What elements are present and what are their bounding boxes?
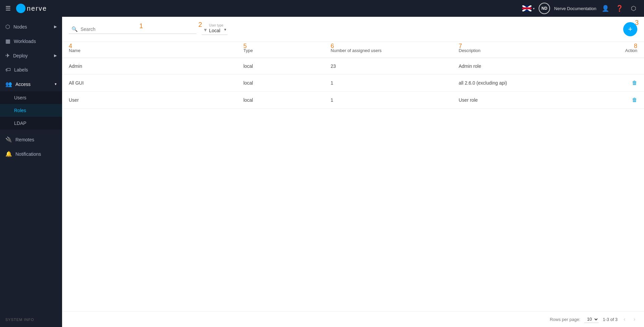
sidebar-item-nodes[interactable]: ⬡ Nodes ▶ [0,19,62,34]
sidebar-item-label: Labels [14,67,28,73]
role-assigned-users: 1 [324,75,452,92]
search-icon: 🔍 [71,26,78,32]
sidebar-item-label: Notifications [15,151,41,157]
chevron-right-icon: ▶ [54,25,57,29]
filter-chevron-icon: ▾ [224,27,226,32]
deploy-icon: ✈ [5,52,10,59]
logout-icon[interactable]: ⬡ [629,3,639,13]
step3-label: 3 [635,19,639,27]
user-avatar[interactable]: ND [539,3,550,14]
role-description: Admin role [452,58,598,75]
logo: nerve [16,4,47,13]
table-row: All GUI local 1 all 2.6.0 (excluding api… [62,75,644,92]
sidebar: ⬡ Nodes ▶ ▦ Workloads ✈ Deploy ▶ 🏷 Label… [0,17,62,327]
nodes-icon: ⬡ [5,24,10,30]
prev-page-button[interactable]: ‹ [622,316,627,323]
sidebar-item-deploy[interactable]: ✈ Deploy ▶ [0,48,62,63]
help-icon[interactable]: ❓ [614,3,625,13]
sidebar-item-label: Deploy [13,53,28,58]
hamburger-icon[interactable]: ☰ [5,5,11,12]
col-action: 8 Action [597,42,644,58]
step5-label: 5 [243,43,247,50]
rows-per-page-select[interactable]: 5 10 25 50 [584,316,599,323]
chevron-down-icon: ▾ [55,82,57,86]
uk-flag-icon [522,5,532,11]
roles-table: 4 Name 5 Type 6 Number of assigned users [62,42,644,109]
step4-label: 4 [69,43,72,50]
role-name: Admin [62,58,237,75]
role-assigned-users: 1 [324,92,452,109]
rows-per-page-label: Rows per page: [550,317,580,322]
sidebar-item-label: Nodes [13,24,27,30]
delete-role-button[interactable]: 🗑 [632,80,637,86]
col-name: 4 Name [62,42,237,58]
add-role-button[interactable]: + 3 [623,22,637,36]
role-type: local [237,58,324,75]
table-row: User local 1 User role 🗑 [62,92,644,109]
role-action: 🗑 [597,92,644,109]
filter-icon: ▼ [203,27,208,33]
sidebar-item-remotes[interactable]: 🔌 Remotes [0,132,62,147]
role-assigned-users: 23 [324,58,452,75]
access-submenu: Users Roles LDAP [0,91,62,130]
role-action [597,58,644,75]
page-info: 1-3 of 3 [603,317,617,322]
sidebar-item-label: Access [15,82,31,87]
step8-label: 8 [634,43,637,50]
role-description: User role [452,92,598,109]
remotes-icon: 🔌 [5,136,12,143]
step6-label: 6 [331,43,334,50]
toolbar: 🔍 1 ▼ User type Local LDAP ▾ 2 + [62,17,644,42]
user-type-filter: ▼ User type Local LDAP ▾ 2 [202,24,228,35]
step2-label: 2 [198,21,202,29]
pagination: Rows per page: 5 10 25 50 1-3 of 3 ‹ › [62,311,644,327]
role-type: local [237,92,324,109]
workloads-icon: ▦ [5,38,10,44]
access-icon: 👥 [5,81,12,87]
main-content: 🔍 1 ▼ User type Local LDAP ▾ 2 + [62,17,644,327]
search-input[interactable] [81,27,194,32]
language-selector[interactable]: ▾ [522,5,535,11]
notifications-icon: 🔔 [5,151,12,157]
plus-icon: + [628,25,633,34]
col-description: 7 Description [452,42,598,58]
table-row: Admin local 23 Admin role [62,58,644,75]
roles-table-area: 4 Name 5 Type 6 Number of assigned users [62,42,644,311]
sidebar-item-ldap[interactable]: LDAP [0,117,62,130]
nerve-documentation-link[interactable]: Nerve Documentation [554,6,596,11]
role-description: all 2.6.0 (excluding api) [452,75,598,92]
sidebar-item-notifications[interactable]: 🔔 Notifications [0,147,62,161]
sidebar-item-labels[interactable]: 🏷 Labels [0,63,62,77]
role-action: 🗑 [597,75,644,92]
profile-icon[interactable]: 👤 [600,3,610,13]
step1-label: 1 [139,22,143,30]
sidebar-item-workloads[interactable]: ▦ Workloads [0,34,62,48]
sidebar-item-access[interactable]: 👥 Access ▾ [0,77,62,91]
delete-role-button[interactable]: 🗑 [632,97,637,103]
col-assigned-users: 6 Number of assigned users [324,42,452,58]
sidebar-item-roles[interactable]: Roles [0,104,62,117]
user-type-label: User type [209,24,227,27]
next-page-button[interactable]: › [632,316,637,323]
role-type: local [237,75,324,92]
role-name: All GUI [62,75,237,92]
labels-icon: 🏷 [5,67,11,73]
role-name: User [62,92,237,109]
flag-chevron-icon: ▾ [533,7,535,10]
step7-label: 7 [459,43,462,50]
top-nav: ☰ nerve ▾ ND Nerve Documentation 👤 ❓ ⬡ [0,0,644,17]
col-type: 5 Type [237,42,324,58]
chevron-right-icon: ▶ [54,53,57,58]
system-info-link[interactable]: SYSTEM INFO [0,312,62,327]
logo-text: nerve [27,5,47,12]
sidebar-item-label: Workloads [14,39,36,44]
search-box: 🔍 1 [69,25,196,34]
sidebar-item-label: Remotes [15,137,34,142]
sidebar-item-users[interactable]: Users [0,91,62,104]
logo-circle [16,4,26,13]
